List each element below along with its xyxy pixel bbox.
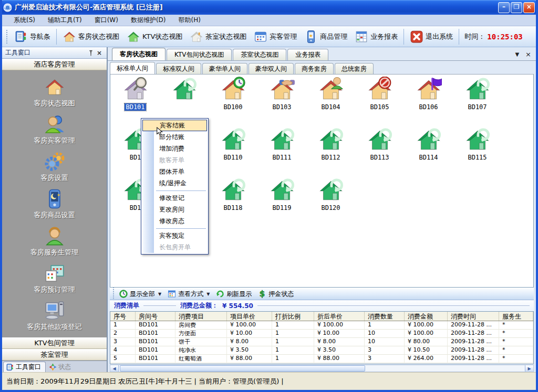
roomtype-tab-5[interactable]: 商务套房 bbox=[295, 63, 334, 74]
column-header-2[interactable]: 房间号 bbox=[136, 312, 175, 321]
sidebar-close-icon[interactable]: × bbox=[95, 49, 104, 57]
context-menu-item-6[interactable]: 续/退押金 bbox=[142, 177, 207, 189]
column-header-6[interactable]: 折后单价 bbox=[314, 312, 365, 321]
room-BD104[interactable]: BD104 bbox=[306, 75, 355, 125]
column-header-9[interactable]: 消费时间 bbox=[448, 312, 499, 321]
room-BD106[interactable]: BD106 bbox=[404, 75, 453, 125]
maximize-button[interactable]: ❐ bbox=[511, 2, 522, 13]
table-cell: ¥ 10.50 bbox=[405, 346, 448, 355]
toolbar-button-8[interactable]: 退出系统 bbox=[406, 28, 457, 45]
roomtype-tab-3[interactable]: 豪华单人间 bbox=[202, 63, 247, 74]
action-button-1[interactable]: 显示全部▼ bbox=[117, 289, 165, 300]
toolwindow-icon bbox=[6, 363, 14, 372]
action-button-2[interactable]: 查看方式▼ bbox=[165, 289, 214, 300]
view-tab-4[interactable]: 业务报表 bbox=[287, 49, 328, 60]
sidebar-item-2[interactable]: 客房宾客管理 bbox=[2, 111, 107, 148]
view-tab-1[interactable]: 客房状态视图 bbox=[112, 48, 165, 60]
column-header-5[interactable]: 打折比例 bbox=[272, 312, 314, 321]
close-button[interactable]: × bbox=[523, 2, 535, 13]
context-menu-item-9[interactable]: 更改房间 bbox=[142, 204, 207, 215]
toolbar-button-1[interactable]: 导航条 bbox=[11, 28, 54, 45]
roomtype-tab-6[interactable]: 总统套房 bbox=[335, 63, 374, 74]
menu-item-4[interactable]: 数据维护(D) bbox=[125, 15, 172, 26]
context-menu-item-3[interactable]: 增加消费 bbox=[142, 143, 207, 154]
room-BD105[interactable]: BD105 bbox=[355, 75, 404, 125]
room-BD100[interactable]: BD100 bbox=[209, 75, 257, 125]
context-menu-item-10[interactable]: 修改房态 bbox=[142, 215, 207, 227]
room-BD115[interactable]: BD115 bbox=[453, 125, 502, 175]
sidebar-item-7[interactable]: 客房其他款项登记 bbox=[2, 297, 107, 334]
action-button-3[interactable]: 刷新显示 bbox=[214, 289, 256, 300]
sidebar-item-5[interactable]: 客房服务生管理 bbox=[2, 223, 107, 260]
menu-item-3[interactable]: 窗口(W) bbox=[88, 15, 125, 26]
tabstrip-dropdown-icon[interactable]: ▼ bbox=[512, 51, 522, 57]
table-row[interactable]: 1BD101房间费¥ 100.001¥ 100.001¥ 100.002009-… bbox=[110, 321, 533, 330]
sidebar-item-1[interactable]: 客房状态视图 bbox=[2, 73, 107, 111]
menu-item-2[interactable]: 辅助工具(T) bbox=[42, 15, 88, 26]
dropdown-arrow-icon[interactable]: ▼ bbox=[206, 292, 210, 296]
tabstrip-close-icon[interactable]: × bbox=[523, 50, 534, 58]
context-menu-item-5[interactable]: 团体开单 bbox=[142, 166, 207, 177]
column-header-4[interactable]: 项目单价 bbox=[227, 312, 272, 321]
table-row[interactable]: 3BD101饼干¥ 8.001¥ 8.0010¥ 80.002009-11-28… bbox=[110, 338, 533, 346]
table-cell: * bbox=[499, 355, 533, 363]
sidebar-bottom-tab-2[interactable]: 状态 bbox=[47, 362, 75, 372]
room-BD112[interactable]: BD112 bbox=[306, 125, 355, 175]
scroll-right-arrow-icon[interactable]: ▶ bbox=[525, 365, 533, 372]
room-hidden-0-1[interactable] bbox=[160, 75, 209, 125]
toolbar-button-5[interactable]: 宾客管理 bbox=[250, 28, 301, 45]
toolbar-button-2[interactable]: 客房状态视图 bbox=[59, 28, 123, 45]
column-header-8[interactable]: 消费金额 bbox=[405, 312, 448, 321]
table-horizontal-scrollbar[interactable]: ◀ ▶ bbox=[110, 365, 534, 372]
table-row[interactable]: 2BD101方便面¥ 10.001¥ 10.0010¥ 100.002009-1… bbox=[110, 330, 533, 338]
toolbar-button-7[interactable]: 业务报表 bbox=[351, 28, 401, 45]
table-row[interactable]: 5BD101红葡萄酒¥ 88.001¥ 88.003¥ 264.002009-1… bbox=[110, 355, 533, 363]
action-button-4[interactable]: $押金状态 bbox=[256, 289, 298, 300]
pin-icon[interactable] bbox=[87, 49, 95, 57]
context-menu-item-1[interactable]: 宾客结账 bbox=[142, 120, 207, 131]
toolbar-button-label: 客房状态视图 bbox=[78, 32, 119, 41]
sidebar-group-button-2[interactable]: 茶室管理 bbox=[2, 349, 107, 361]
table-row[interactable]: 4BD101纯净水¥ 3.501¥ 3.503¥ 10.502009-11-28… bbox=[110, 346, 533, 355]
actions-grip-icon[interactable] bbox=[113, 287, 115, 301]
toolbar-button-4[interactable]: 茶室状态视图 bbox=[186, 28, 250, 45]
sidebar-item-6[interactable]: 客房预订管理 bbox=[2, 260, 107, 297]
minimize-button[interactable]: – bbox=[498, 2, 510, 13]
column-header-1[interactable]: 序号 bbox=[110, 312, 136, 321]
roomtype-tab-1[interactable]: 标准单人间 bbox=[110, 62, 155, 74]
room-BD107[interactable]: BD107 bbox=[453, 75, 502, 125]
column-header-7[interactable]: 消费数量 bbox=[365, 312, 405, 321]
room-BD120[interactable]: BD120 bbox=[306, 175, 355, 226]
scrollbar-thumb[interactable] bbox=[120, 365, 365, 372]
menu-item-5[interactable]: 帮助(H) bbox=[172, 15, 207, 26]
toolbar-button-6[interactable]: ★商品管理 bbox=[301, 28, 351, 45]
context-menu-item-2[interactable]: 部分结账 bbox=[142, 131, 207, 143]
room-BD113[interactable]: BD113 bbox=[355, 125, 404, 175]
roomtype-tab-2[interactable]: 标准双人间 bbox=[156, 63, 201, 74]
column-header-3[interactable]: 消费项目 bbox=[175, 312, 227, 321]
toolbar-grip-icon[interactable] bbox=[6, 30, 8, 44]
room-BD114[interactable]: BD114 bbox=[404, 125, 453, 175]
toolbar-button-3[interactable]: KTV状态视图 bbox=[123, 28, 186, 45]
sidebar-group-button-1[interactable]: KTV包间管理 bbox=[2, 337, 107, 349]
room-BD111[interactable]: BD111 bbox=[257, 125, 306, 175]
room-BD119[interactable]: BD119 bbox=[257, 175, 306, 226]
context-menu-item-12[interactable]: 宾客预定 bbox=[142, 230, 207, 241]
roomtype-tab-4[interactable]: 豪华双人间 bbox=[249, 63, 294, 74]
sidebar-item-3[interactable]: 客房设置 bbox=[2, 148, 107, 185]
column-header-10[interactable]: 服务生 bbox=[499, 312, 533, 321]
title-bar[interactable]: 广州爱启迪技术有限公司-酒店管理系统 [已注册] – ❐ × bbox=[0, 0, 538, 15]
room-BD103[interactable]: BD103 bbox=[257, 75, 306, 125]
room-BD118[interactable]: BD118 bbox=[209, 175, 257, 226]
sidebar-item-4[interactable]: ★客房商品设置 bbox=[2, 185, 107, 223]
room-BD101[interactable]: BD101 bbox=[111, 75, 160, 125]
sidebar-group-header[interactable]: 酒店客房管理 bbox=[2, 59, 107, 70]
scroll-left-arrow-icon[interactable]: ◀ bbox=[110, 365, 119, 372]
context-menu-item-8[interactable]: 修改登记 bbox=[142, 192, 207, 204]
menu-item-1[interactable]: 系统(S) bbox=[7, 15, 42, 26]
sidebar-bottom-tab-1[interactable]: 工具窗口 bbox=[3, 362, 46, 372]
room-BD110[interactable]: BD110 bbox=[209, 125, 257, 175]
view-tab-3[interactable]: 茶室状态视图 bbox=[233, 49, 286, 60]
view-tab-2[interactable]: KTV包间状态视图 bbox=[167, 49, 232, 60]
dropdown-arrow-icon[interactable]: ▼ bbox=[158, 292, 161, 296]
